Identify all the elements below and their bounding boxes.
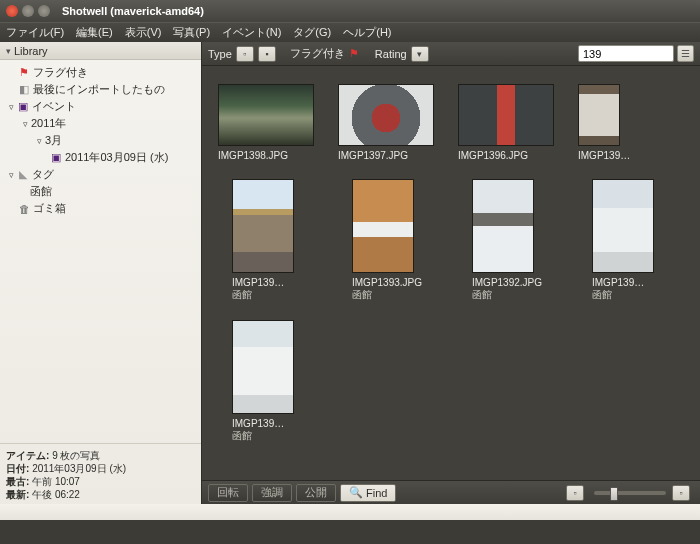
search-input[interactable]: [578, 45, 674, 62]
twisty-icon[interactable]: ▿: [6, 102, 17, 112]
tree-item-date[interactable]: ▣2011年03月09日 (水): [4, 149, 197, 166]
type-photo-button[interactable]: ▫: [236, 46, 254, 62]
rating-button[interactable]: ▾: [411, 46, 429, 62]
library-header-label: Library: [14, 45, 48, 57]
trash-icon: 🗑: [18, 203, 30, 215]
flag-icon: ⚑: [18, 67, 30, 79]
tree-item-tags[interactable]: ▿◣タグ: [4, 166, 197, 183]
main-panel: Type ▫ ▪ フラグ付き ⚑ Rating ▾ ☰ IMGP1398.JPG…: [202, 42, 700, 504]
event-icon: ▣: [50, 152, 62, 164]
import-icon: ◧: [18, 84, 30, 96]
thumbnail[interactable]: IMGP139…函館: [232, 320, 330, 443]
thumbnail[interactable]: IMGP1397.JPG: [338, 84, 436, 161]
filter-toolbar: Type ▫ ▪ フラグ付き ⚑ Rating ▾ ☰: [202, 42, 700, 66]
window-close-button[interactable]: [6, 5, 18, 17]
rotate-button[interactable]: 回転: [208, 484, 248, 502]
search-box: ☰: [578, 45, 694, 62]
twisty-icon[interactable]: ▿: [6, 170, 17, 180]
tag-icon: ◣: [17, 169, 29, 181]
thumbnail-image: [578, 84, 620, 146]
window-minimize-button[interactable]: [22, 5, 34, 17]
tree-item-events[interactable]: ▿▣イベント: [4, 98, 197, 115]
thumbnail-image: [352, 179, 414, 273]
flag-label: フラグ付き: [290, 46, 345, 61]
thumbnail[interactable]: IMGP139…函館: [232, 179, 330, 302]
thumbnail-image: [458, 84, 554, 146]
thumbnail-image: [472, 179, 534, 273]
tree-item-year[interactable]: ▿2011年: [4, 115, 197, 132]
bottom-toolbar: 回転 強調 公開 🔍Find ▫ ▫: [202, 480, 700, 504]
flag-icon[interactable]: ⚑: [349, 47, 359, 60]
thumbnail-image: [592, 179, 654, 273]
window-maximize-button[interactable]: [38, 5, 50, 17]
type-video-button[interactable]: ▪: [258, 46, 276, 62]
thumbnail-image: [232, 320, 294, 414]
menu-view[interactable]: 表示(V): [125, 25, 162, 40]
thumbnail[interactable]: IMGP1398.JPG: [218, 84, 316, 161]
menu-tag[interactable]: タグ(G): [293, 25, 331, 40]
thumbnail[interactable]: IMGP1396.JPG: [458, 84, 556, 161]
menu-help[interactable]: ヘルプ(H): [343, 25, 391, 40]
library-tree: ⚑フラグ付き ◧最後にインポートしたもの ▿▣イベント ▿2011年 ▿3月 ▣…: [0, 60, 201, 443]
twisty-icon[interactable]: ▿: [34, 136, 45, 146]
thumbnail[interactable]: IMGP1392.JPG函館: [472, 179, 570, 302]
status-panel: アイテム: 9 枚の写真 日付: 2011年03月09日 (水) 最古: 午前 …: [0, 443, 201, 504]
thumbnail[interactable]: IMGP139…函館: [592, 179, 690, 302]
enhance-button[interactable]: 強調: [252, 484, 292, 502]
menu-edit[interactable]: 編集(E): [76, 25, 113, 40]
window-status-bar: [0, 504, 700, 520]
thumbnail-image: [338, 84, 434, 146]
menu-bar: ファイル(F) 編集(E) 表示(V) 写真(P) イベント(N) タグ(G) …: [0, 22, 700, 42]
calendar-icon: ▣: [17, 101, 29, 113]
thumbnail-image: [218, 84, 314, 146]
zoom-slider[interactable]: [594, 491, 666, 495]
tree-item-last-import[interactable]: ◧最後にインポートしたもの: [4, 81, 197, 98]
title-bar: Shotwell (maverick-amd64): [0, 0, 700, 22]
twisty-icon[interactable]: ▿: [20, 119, 31, 129]
menu-photo[interactable]: 写真(P): [173, 25, 210, 40]
rating-label: Rating: [375, 48, 407, 60]
tree-item-flagged[interactable]: ⚑フラグ付き: [4, 64, 197, 81]
sidebar: ▾Library ⚑フラグ付き ◧最後にインポートしたもの ▿▣イベント ▿20…: [0, 42, 202, 504]
tree-item-tag-hakodate[interactable]: 函館: [4, 183, 197, 200]
menu-file[interactable]: ファイル(F): [6, 25, 64, 40]
find-button[interactable]: 🔍Find: [340, 484, 396, 502]
menu-event[interactable]: イベント(N): [222, 25, 281, 40]
window-title: Shotwell (maverick-amd64): [62, 5, 204, 17]
thumbnail[interactable]: IMGP139…: [578, 84, 676, 161]
thumbnail-grid: IMGP1398.JPG IMGP1397.JPG IMGP1396.JPG I…: [202, 66, 700, 480]
zoom-in-icon[interactable]: ▫: [672, 485, 690, 501]
publish-button[interactable]: 公開: [296, 484, 336, 502]
magnifier-icon: 🔍: [349, 486, 363, 499]
tree-item-month[interactable]: ▿3月: [4, 132, 197, 149]
search-settings-icon[interactable]: ☰: [677, 45, 694, 62]
type-label: Type: [208, 48, 232, 60]
zoom-out-icon[interactable]: ▫: [566, 485, 584, 501]
library-header[interactable]: ▾Library: [0, 42, 201, 60]
thumbnail[interactable]: IMGP1393.JPG函館: [352, 179, 450, 302]
tree-item-trash[interactable]: 🗑ゴミ箱: [4, 200, 197, 217]
thumbnail-image: [232, 179, 294, 273]
